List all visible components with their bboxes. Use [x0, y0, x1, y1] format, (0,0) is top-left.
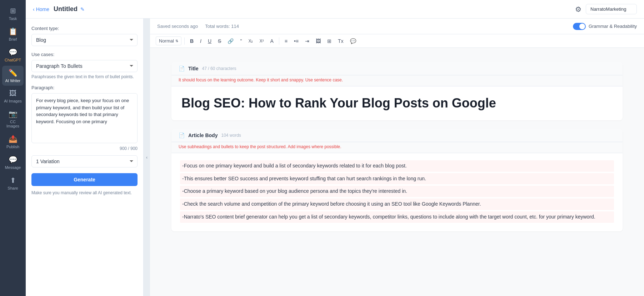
blog-title[interactable]: Blog SEO: How to Rank Your Blog Posts on… — [181, 95, 613, 112]
strikethrough-button[interactable]: S — [215, 37, 224, 45]
sidebar-item-publish[interactable]: 📤 Publish — [2, 132, 24, 152]
ai-images-label: AI Images — [4, 99, 22, 103]
superscript-button[interactable]: X² — [257, 37, 266, 45]
format-toolbar: Normal ⇅ B I U S 🔗 " X₂ X² A ≡ •≡ ⇥ 🖼 ⊞ … — [150, 34, 644, 48]
body-section-header: 📄 Article Body 104 words — [171, 129, 623, 142]
status-bar: Saved seconds ago Total words: 114 Gramm… — [150, 19, 644, 34]
cc-images-label: CC Images — [4, 120, 22, 128]
task-label: Task — [9, 16, 17, 21]
settings-button[interactable]: ⚙ — [575, 5, 581, 14]
grammar-toggle-wrap: Grammar & Readability — [573, 23, 637, 30]
body-section: 📄 Article Body 104 words Use subheadings… — [171, 129, 623, 231]
bullet-line-4[interactable]: -Check the search volume and competition… — [180, 199, 614, 210]
italic-button[interactable]: I — [198, 37, 204, 45]
chatgpt-icon: 💬 — [9, 48, 18, 56]
title-section-header: 📄 Title 47 / 60 characters — [171, 62, 623, 75]
grammar-toggle[interactable] — [573, 23, 586, 30]
bullet-line-2[interactable]: -This ensures better SEO success and pre… — [180, 173, 614, 185]
brief-label: Brief — [9, 37, 17, 41]
bullet-line-1[interactable]: -Focus on one primary keyword and build … — [180, 160, 614, 172]
bullet-line-5[interactable]: -Narrato's SEO content brief generator c… — [180, 211, 614, 223]
quote-button[interactable]: " — [238, 37, 244, 45]
variation-select[interactable]: 1 Variation — [31, 155, 138, 167]
bullet-line-3[interactable]: -Choose a primary keyword based on your … — [180, 186, 614, 197]
sidebar-item-ai-writer[interactable]: ✏️ AI Writer — [2, 66, 24, 86]
share-label: Share — [8, 186, 18, 190]
body-section-icon: 📄 — [179, 132, 185, 138]
publish-label: Publish — [6, 145, 19, 149]
chatgpt-label: ChatGPT — [5, 58, 21, 62]
link-button[interactable]: 🔗 — [225, 37, 236, 45]
editor-doc[interactable]: 📄 Title 47 / 60 characters It should foc… — [150, 48, 644, 296]
back-link[interactable]: ‹ Home — [33, 6, 49, 12]
paragraph-textarea[interactable] — [31, 93, 138, 143]
ai-writer-icon: ✏️ — [9, 69, 18, 77]
editor-area: Saved seconds ago Total words: 114 Gramm… — [150, 19, 644, 296]
sidebar-item-chatgpt[interactable]: 💬 ChatGPT — [2, 45, 24, 65]
sidebar-item-task[interactable]: ⊞ Task — [2, 4, 24, 24]
back-label: Home — [36, 6, 49, 12]
sidebar-item-cc-images[interactable]: 📷 CC Images — [2, 107, 24, 131]
title-section: 📄 Title 47 / 60 characters It should foc… — [171, 62, 623, 120]
publish-icon: 📤 — [9, 135, 18, 143]
unordered-list-button[interactable]: •≡ — [291, 37, 301, 45]
format-select-label: Normal — [159, 38, 174, 44]
title-content[interactable]: Blog SEO: How to Rank Your Blog Posts on… — [171, 86, 623, 120]
generate-button[interactable]: Generate — [31, 173, 138, 186]
collapse-handle[interactable]: ‹ — [144, 19, 150, 296]
bold-button[interactable]: B — [188, 37, 196, 45]
content-type-label: Content type: — [31, 26, 138, 31]
indent-button[interactable]: ⇥ — [303, 37, 312, 45]
ordered-list-button[interactable]: ≡ — [282, 37, 290, 45]
message-label: Message — [5, 165, 21, 170]
clear-format-button[interactable]: Tx — [335, 37, 346, 45]
sidebar-panel: Content type: Blog Use cases: Paragraph … — [26, 19, 144, 296]
share-icon: ⬆ — [10, 176, 16, 185]
message-icon: 💬 — [9, 155, 18, 164]
ai-writer-label: AI Writer — [5, 79, 21, 83]
task-icon: ⊞ — [10, 6, 16, 15]
char-count: 900 / 900 — [31, 146, 138, 151]
cc-images-icon: 📷 — [9, 110, 18, 118]
table-button[interactable]: ⊞ — [325, 37, 334, 45]
content-type-select[interactable]: Blog — [31, 34, 138, 46]
word-count: Total words: 114 — [205, 24, 239, 29]
use-cases-label: Use cases: — [31, 52, 138, 57]
subscript-button[interactable]: X₂ — [246, 37, 255, 45]
chevron-left-icon: ‹ — [33, 6, 35, 12]
body-section-label: Article Body — [188, 132, 218, 138]
use-case-select[interactable]: Paragraph To Bullets — [31, 60, 138, 72]
sidebar-item-brief[interactable]: 📋 Brief — [2, 24, 24, 44]
doc-title: Untitled — [54, 5, 78, 13]
edit-icon[interactable]: ✎ — [80, 6, 85, 12]
title-char-count: 47 / 60 characters — [202, 66, 236, 71]
use-case-desc: Paraphrases the given text in the form o… — [31, 74, 138, 79]
format-chevron-icon: ⇅ — [175, 39, 178, 43]
title-section-icon: 📄 — [179, 66, 185, 71]
format-divider-2 — [279, 37, 279, 45]
comment-button[interactable]: 💬 — [348, 37, 359, 45]
underline-button[interactable]: U — [205, 37, 214, 45]
ai-images-icon: 🖼 — [9, 89, 16, 97]
title-section-label: Title — [188, 66, 199, 71]
saved-status: Saved seconds ago — [157, 24, 198, 29]
body-word-count: 104 words — [221, 133, 241, 138]
sidebar-item-ai-images[interactable]: 🖼 AI Images — [2, 86, 24, 106]
sidebar-item-share[interactable]: ⬆ Share — [2, 173, 24, 193]
title-section-hint: It should focus on the learning outcome.… — [171, 75, 623, 86]
font-color-button[interactable]: A — [268, 37, 276, 45]
grammar-label: Grammar & Readability — [589, 24, 637, 29]
workspace-select[interactable]: NarratoMarketing — [586, 4, 637, 14]
image-button[interactable]: 🖼 — [313, 37, 323, 45]
body-content[interactable]: -Focus on one primary keyword and build … — [171, 153, 623, 231]
brief-icon: 📋 — [9, 27, 18, 36]
footer-note: Make sure you manually review all AI gen… — [31, 190, 138, 195]
paragraph-label: Paragraph: — [31, 85, 138, 90]
format-select[interactable]: Normal ⇅ — [156, 36, 181, 45]
sidebar-item-message[interactable]: 💬 Message — [2, 152, 24, 172]
format-divider-1 — [184, 37, 185, 45]
body-section-hint: Use subheadings and bullets to keep the … — [171, 142, 623, 153]
